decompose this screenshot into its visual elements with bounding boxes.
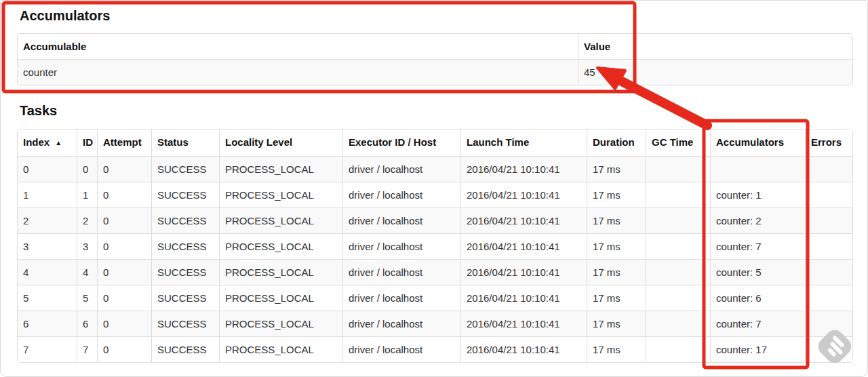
cell-accumulators: counter: 2 (710, 207, 805, 233)
cell-status: SUCCESS (151, 311, 219, 336)
cell-accumulators: counter: 6 (710, 285, 805, 311)
cell-launch-time: 2016/04/21 10:10:41 (460, 336, 587, 362)
cell-duration: 17 ms (587, 182, 646, 207)
cell-locality-level: PROCESS_LOCAL (219, 233, 342, 259)
cell-id: 4 (77, 259, 97, 285)
cell-executor-id-host: driver / localhost (342, 259, 460, 285)
cell-id: 0 (77, 156, 97, 182)
column-header-launch-time[interactable]: Launch Time (460, 130, 587, 156)
column-header-accumulators[interactable]: Accumulators (710, 130, 805, 156)
cell-status: SUCCESS (151, 156, 219, 182)
column-header-gc-time[interactable]: GC Time (646, 130, 710, 156)
cell-id: 2 (77, 207, 97, 233)
cell-duration: 17 ms (587, 259, 646, 285)
cell-errors (805, 285, 852, 311)
column-header-value: Value (578, 34, 852, 59)
column-header-duration[interactable]: Duration (587, 130, 646, 156)
column-header-errors[interactable]: Errors (805, 130, 852, 156)
table-row: 440SUCCESSPROCESS_LOCALdriver / localhos… (18, 259, 852, 285)
feedly-watermark-icon (811, 323, 859, 370)
cell-locality-level: PROCESS_LOCAL (219, 336, 342, 362)
cell-errors (805, 207, 852, 233)
cell-gc-time (646, 233, 710, 259)
table-row: 330SUCCESSPROCESS_LOCALdriver / localhos… (18, 233, 852, 259)
cell-attempt: 0 (97, 207, 151, 233)
cell-index: 6 (18, 311, 77, 336)
cell-id: 7 (77, 336, 97, 362)
cell-duration: 17 ms (587, 207, 646, 233)
tasks-header-row: Index▲IDAttemptStatusLocality LevelExecu… (18, 130, 852, 156)
tasks-section-title: Tasks (20, 102, 851, 119)
cell-attempt: 0 (97, 311, 151, 336)
cell-launch-time: 2016/04/21 10:10:41 (460, 311, 587, 336)
tasks-table: Index▲IDAttemptStatusLocality LevelExecu… (17, 129, 853, 363)
cell-executor-id-host: driver / localhost (342, 285, 460, 311)
cell-launch-time: 2016/04/21 10:10:41 (460, 156, 587, 182)
cell-launch-time: 2016/04/21 10:10:41 (460, 182, 587, 207)
cell-attempt: 0 (97, 285, 151, 311)
cell-launch-time: 2016/04/21 10:10:41 (460, 207, 587, 233)
cell-gc-time (646, 336, 710, 362)
cell-attempt: 0 (97, 336, 151, 362)
cell-duration: 17 ms (587, 311, 646, 336)
cell-attempt: 0 (97, 156, 151, 182)
cell-status: SUCCESS (151, 207, 219, 233)
cell-index: 0 (18, 156, 77, 182)
cell-id: 3 (77, 233, 97, 259)
cell-attempt: 0 (97, 233, 151, 259)
cell-gc-time (646, 285, 710, 311)
column-header-locality-level[interactable]: Locality Level (219, 130, 342, 156)
cell-duration: 17 ms (587, 336, 646, 362)
cell-errors (805, 182, 852, 207)
cell-id: 5 (77, 285, 97, 311)
cell-accumulators: counter: 7 (710, 311, 805, 336)
table-row: 000SUCCESSPROCESS_LOCALdriver / localhos… (18, 156, 852, 182)
cell-locality-level: PROCESS_LOCAL (219, 207, 342, 233)
cell-locality-level: PROCESS_LOCAL (219, 182, 342, 207)
cell-launch-time: 2016/04/21 10:10:41 (460, 259, 587, 285)
cell-accumulators: counter: 7 (710, 233, 805, 259)
cell-accumulable: counter (18, 59, 578, 85)
column-header-index[interactable]: Index▲ (18, 130, 77, 156)
cell-status: SUCCESS (151, 285, 219, 311)
cell-executor-id-host: driver / localhost (342, 336, 460, 362)
sort-ascending-icon: ▲ (55, 139, 62, 146)
cell-duration: 17 ms (587, 233, 646, 259)
cell-value: 45 (578, 59, 852, 85)
cell-duration: 17 ms (587, 156, 646, 182)
cell-locality-level: PROCESS_LOCAL (219, 156, 342, 182)
cell-index: 7 (18, 336, 77, 362)
cell-errors (805, 233, 852, 259)
tasks-table-body: 000SUCCESSPROCESS_LOCALdriver / localhos… (18, 156, 852, 362)
table-row: 660SUCCESSPROCESS_LOCALdriver / localhos… (18, 311, 852, 336)
cell-attempt: 0 (97, 182, 151, 207)
cell-executor-id-host: driver / localhost (342, 207, 460, 233)
cell-executor-id-host: driver / localhost (342, 156, 460, 182)
table-row: 110SUCCESSPROCESS_LOCALdriver / localhos… (18, 182, 852, 207)
cell-attempt: 0 (97, 259, 151, 285)
cell-status: SUCCESS (151, 259, 219, 285)
cell-locality-level: PROCESS_LOCAL (219, 285, 342, 311)
cell-index: 1 (18, 182, 77, 207)
cell-status: SUCCESS (151, 182, 219, 207)
cell-gc-time (646, 207, 710, 233)
column-header-attempt[interactable]: Attempt (97, 130, 151, 156)
accumulators-header-row: AccumulableValue (18, 34, 852, 59)
cell-gc-time (646, 259, 710, 285)
accumulators-section-title: Accumulators (20, 6, 851, 24)
cell-executor-id-host: driver / localhost (342, 233, 460, 259)
column-header-status[interactable]: Status (151, 130, 219, 156)
column-header-id[interactable]: ID (77, 130, 97, 156)
cell-index: 4 (18, 259, 77, 285)
cell-id: 6 (77, 311, 97, 336)
spark-ui-stage-page: Accumulators AccumulableValue counter45 … (0, 0, 868, 377)
cell-launch-time: 2016/04/21 10:10:41 (460, 233, 587, 259)
cell-gc-time (646, 311, 710, 336)
table-row: 770SUCCESSPROCESS_LOCALdriver / localhos… (18, 336, 852, 362)
cell-status: SUCCESS (151, 233, 219, 259)
cell-index: 2 (18, 207, 77, 233)
column-header-executor-id-host[interactable]: Executor ID / Host (342, 130, 460, 156)
accumulators-table-body: counter45 (18, 59, 852, 85)
cell-id: 1 (77, 182, 97, 207)
table-row: 220SUCCESSPROCESS_LOCALdriver / localhos… (18, 207, 852, 233)
